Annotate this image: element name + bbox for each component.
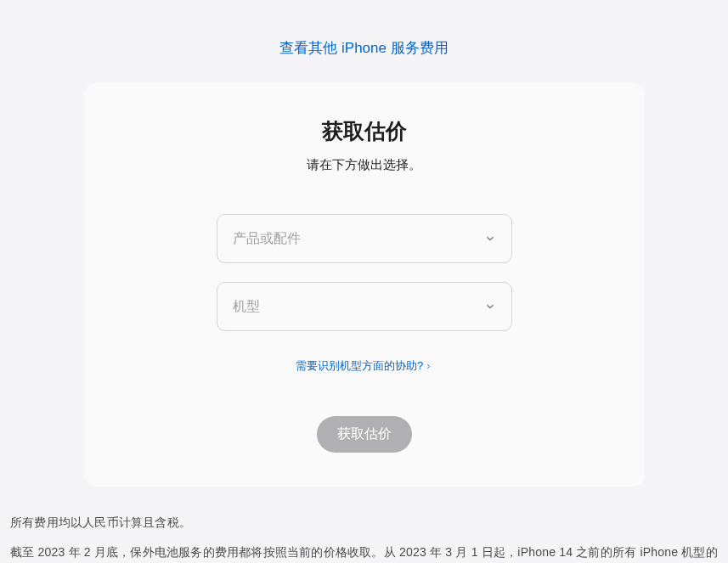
estimate-card: 获取估价 请在下方做出选择。 产品或配件 机型 需要识别机型方面的协助?	[84, 83, 645, 487]
model-select-placeholder: 机型	[233, 298, 260, 316]
model-select[interactable]: 机型	[217, 282, 512, 331]
view-other-iphone-link[interactable]: 查看其他 iPhone 服务费用	[279, 40, 448, 56]
footer-line-2: 截至 2023 年 2 月底，保外电池服务的费用都将按照当前的价格收取。从 20…	[10, 540, 718, 563]
product-select-wrap: 产品或配件	[217, 214, 512, 263]
product-select[interactable]: 产品或配件	[217, 214, 512, 263]
product-select-placeholder: 产品或配件	[233, 230, 301, 248]
help-identify-model-link[interactable]: 需要识别机型方面的协助?	[296, 358, 432, 374]
chevron-right-icon	[425, 360, 432, 373]
top-link-section: 查看其他 iPhone 服务费用	[8, 8, 720, 83]
card-title: 获取估价	[84, 117, 645, 145]
model-select-wrap: 机型	[217, 282, 512, 331]
chevron-down-icon	[484, 233, 496, 245]
footer-notes: 所有费用均以人民币计算且含税。 截至 2023 年 2 月底，保外电池服务的费用…	[8, 510, 720, 563]
card-subtitle: 请在下方做出选择。	[84, 157, 645, 173]
help-link-label: 需要识别机型方面的协助?	[296, 358, 423, 374]
get-estimate-button[interactable]: 获取估价	[317, 416, 412, 453]
chevron-down-icon	[484, 301, 496, 312]
footer-line-1: 所有费用均以人民币计算且含税。	[10, 510, 718, 535]
